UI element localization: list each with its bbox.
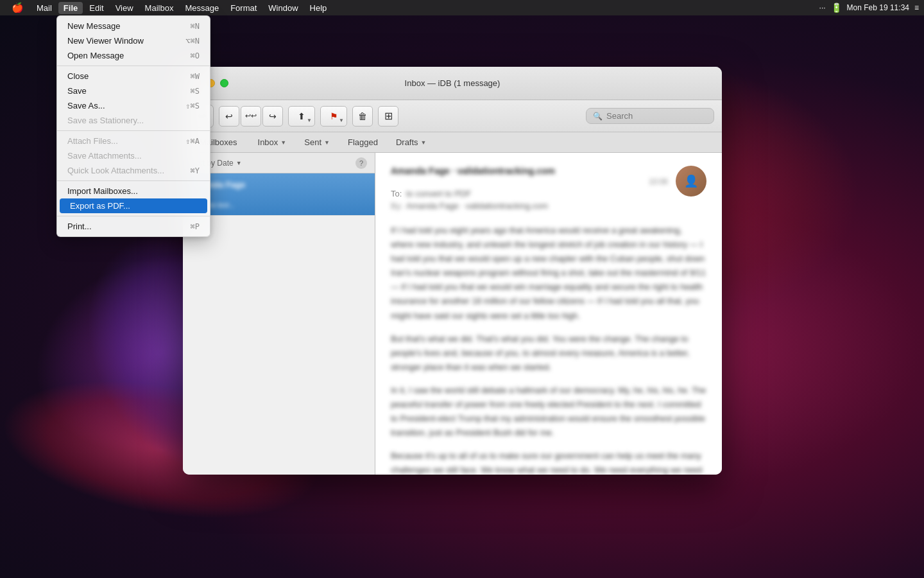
tab-drafts[interactable]: Drafts ▼: [387, 135, 436, 150]
window-titlebar: Inbox — iDB (1 message): [183, 67, 722, 100]
menu-new-viewer-shortcut: ⌥⌘N: [185, 37, 200, 46]
more-actions-button[interactable]: ⊞: [378, 106, 398, 127]
menu-close-shortcut: ⌘W: [191, 72, 200, 81]
menu-import-mailboxes[interactable]: Import Mailboxes...: [57, 184, 210, 198]
menu-save-as-label: Save As...: [67, 101, 105, 110]
menubar-view[interactable]: View: [110, 2, 139, 14]
nav-tabs: Mailboxes Inbox ▼ Sent ▼ Flagged Drafts …: [183, 132, 722, 153]
email-to-label: To:: [391, 189, 404, 198]
window-maximize-button[interactable]: [220, 79, 228, 87]
email-by-label: By:: [391, 201, 404, 211]
menubar-datetime: Mon Feb 19 11:34: [847, 3, 909, 12]
menubar-help[interactable]: Help: [305, 2, 332, 14]
menu-new-message-label: New Message: [67, 21, 120, 31]
window-toolbar: ✏ ↩ ↩↩ ↪ ⬆ ▼ ⚑ ▼ 🗑 ⊞ 🔍: [183, 100, 722, 132]
menu-save-as-shortcut: ⇧⌘S: [185, 101, 200, 110]
sort-arrow-icon: ▼: [236, 160, 242, 166]
apple-menu-icon[interactable]: 🍎: [5, 1, 30, 15]
reply-all-button[interactable]: ↩↩: [241, 106, 261, 127]
menu-separator-2: [57, 130, 210, 131]
menu-separator-1: [57, 66, 210, 66]
email-paragraph-4: Because it's up to all of us to make sur…: [391, 449, 706, 475]
menu-new-message[interactable]: New Message ⌘N: [57, 19, 210, 33]
tab-flagged[interactable]: Flagged: [339, 135, 387, 150]
main-content: Sort by Date ▼ ? Amanda Fage Hello Previ…: [183, 153, 722, 475]
help-button[interactable]: ?: [355, 157, 367, 169]
menubar-lines-icon[interactable]: ≡: [914, 3, 919, 12]
message-item[interactable]: Amanda Fage Hello Preview text...: [183, 173, 375, 216]
flag-button[interactable]: ⚑ ▼: [320, 106, 347, 127]
search-box[interactable]: 🔍: [586, 108, 714, 124]
menu-separator-3: [57, 180, 210, 181]
move-icon: ⬆: [298, 111, 305, 121]
menubar-mail[interactable]: Mail: [31, 2, 57, 14]
menubar-file[interactable]: File: [58, 2, 83, 14]
menu-quick-look-attachments: Quick Look Attachments... ⌘Y: [57, 163, 210, 178]
menubar-format[interactable]: Format: [225, 2, 262, 14]
tab-inbox[interactable]: Inbox ▼: [249, 135, 296, 150]
email-viewer: 👤 Amanda Fage · validationtracking.com 1…: [375, 153, 722, 475]
more-icon: ⊞: [384, 110, 393, 122]
email-by-value: Amanda Fage · validationtracking.com: [406, 201, 548, 211]
menu-save-stationery-label: Save as Stationery...: [67, 116, 144, 125]
menu-open-message[interactable]: Open Message ⌘O: [57, 48, 210, 63]
menu-save-shortcut: ⌘S: [191, 87, 200, 96]
email-header: 👤 Amanda Fage · validationtracking.com 1…: [391, 166, 706, 211]
menubar-edit[interactable]: Edit: [84, 2, 108, 14]
menu-save-attachments-label: Save Attachments...: [67, 151, 142, 161]
menubar-window[interactable]: Window: [263, 2, 303, 14]
menu-separator-4: [57, 216, 210, 216]
menu-new-viewer-window[interactable]: New Viewer Window ⌥⌘N: [57, 33, 210, 48]
message-subject: Hello: [191, 191, 367, 200]
menu-print-label: Print...: [67, 222, 92, 231]
search-icon: 🔍: [593, 112, 603, 121]
menu-attach-files-label: Attach Files...: [67, 136, 118, 146]
reply-icon: ↩: [225, 111, 233, 121]
menu-close[interactable]: Close ⌘W: [57, 69, 210, 83]
message-preview: Preview text...: [191, 201, 367, 209]
trash-button[interactable]: 🗑: [352, 106, 373, 127]
menu-save-label: Save: [67, 86, 87, 96]
menu-attach-files: Attach Files... ⇧⌘A: [57, 134, 210, 148]
menubar-message[interactable]: Message: [180, 2, 224, 14]
email-meta-to: To: to convert to PDF: [391, 189, 668, 198]
reply-button[interactable]: ↩: [219, 106, 239, 127]
menu-save-as[interactable]: Save As... ⇧⌘S: [57, 98, 210, 113]
menu-new-viewer-label: New Viewer Window: [67, 36, 144, 46]
trash-icon: 🗑: [358, 111, 367, 121]
menubar-dots: ···: [819, 3, 826, 12]
message-list: Sort by Date ▼ ? Amanda Fage Hello Previ…: [183, 153, 375, 475]
menu-export-pdf[interactable]: Export as PDF...: [60, 198, 207, 213]
forward-icon: ↪: [269, 111, 277, 121]
menu-export-pdf-label: Export as PDF...: [70, 201, 130, 211]
inbox-dropdown-arrow: ▼: [280, 139, 286, 146]
search-input[interactable]: [606, 111, 703, 121]
tab-sent[interactable]: Sent ▼: [295, 135, 339, 150]
message-list-header: Sort by Date ▼ ?: [183, 153, 375, 173]
drafts-dropdown-arrow: ▼: [421, 139, 427, 146]
menu-print-shortcut: ⌘P: [191, 222, 200, 231]
menu-quick-look-shortcut: ⌘Y: [191, 166, 200, 175]
sent-dropdown-arrow: ▼: [324, 139, 330, 146]
mail-window: Inbox — iDB (1 message) ✏ ↩ ↩↩ ↪ ⬆ ▼ ⚑ ▼…: [183, 67, 722, 475]
menu-save-stationery: Save as Stationery...: [57, 113, 210, 128]
message-sender: Amanda Fage: [191, 180, 367, 189]
menu-print[interactable]: Print... ⌘P: [57, 219, 210, 234]
email-paragraph-2: But that's what we did. That's what you …: [391, 332, 706, 374]
move-button[interactable]: ⬆ ▼: [288, 106, 315, 127]
reply-all-icon: ↩↩: [245, 112, 257, 120]
menu-save[interactable]: Save ⌘S: [57, 83, 210, 98]
email-time: 10:06: [649, 177, 668, 186]
email-paragraph-1: If I had told you eight years ago that A…: [391, 223, 706, 323]
menu-save-attachments: Save Attachments...: [57, 148, 210, 163]
window-title: Inbox — iDB (1 message): [405, 78, 501, 88]
email-meta-time: 10:06: [391, 177, 668, 186]
menu-import-mailboxes-label: Import Mailboxes...: [67, 186, 138, 196]
file-menu-dropdown: New Message ⌘N New Viewer Window ⌥⌘N Ope…: [56, 15, 210, 237]
email-from: Amanda Fage · validationtracking.com: [391, 166, 706, 176]
menubar-mailbox[interactable]: Mailbox: [140, 2, 179, 14]
menu-open-message-label: Open Message: [67, 51, 124, 60]
menu-new-message-shortcut: ⌘N: [191, 22, 200, 31]
forward-button[interactable]: ↪: [262, 106, 283, 127]
flag-icon: ⚑: [330, 111, 338, 121]
